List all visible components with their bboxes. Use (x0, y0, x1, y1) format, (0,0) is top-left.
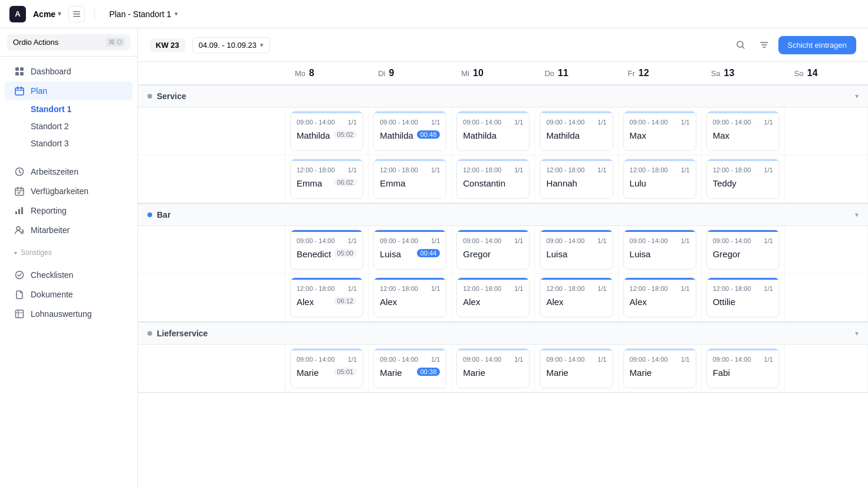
shift-name: Marie (546, 368, 568, 378)
shift-time-row: 12:00 - 18:00 1/1 (630, 285, 690, 292)
sidebar-item-verfugbarkeiten[interactable]: Verfügbarkeiten (5, 182, 133, 201)
sidebar-item-reporting[interactable]: Reporting (5, 201, 133, 220)
shift-name: Luisa (630, 249, 651, 259)
shift-cell: 12:00 - 18:00 1/1 Alex (619, 274, 702, 322)
sonstiges-section-header[interactable]: ▾ Sonstiges (5, 245, 133, 260)
section-title-service: Service (147, 91, 186, 101)
shift-time: 12:00 - 18:00 (297, 166, 335, 173)
shift-cell: 09:00 - 14:00 1/1 Marie 05:01 (285, 345, 369, 392)
shift-cell: 09:00 - 14:00 1/1 Mathilda (452, 107, 535, 155)
shift-cell: 12:00 - 18:00 1/1 Emma (369, 155, 452, 203)
svg-rect-9 (15, 188, 24, 195)
sidebar-item-checklisten[interactable]: Checklisten (5, 266, 133, 284)
shift-name-row: Luisa 00:44 (380, 247, 440, 259)
shift-card[interactable]: 09:00 - 14:00 1/1 Max (623, 111, 696, 151)
shift-card-bar (707, 349, 779, 351)
shift-name-row: Mathilda 05:02 (297, 128, 357, 140)
sidebar-toggle-button[interactable] (68, 6, 85, 22)
sidebar-item-dashboard[interactable]: Dashboard (5, 62, 133, 81)
sidebar-item-standort3[interactable]: Standort 3 (5, 135, 133, 152)
shift-fraction: 1/1 (431, 237, 440, 244)
shift-name-row: Max (630, 128, 690, 140)
shift-card[interactable]: 09:00 - 14:00 1/1 Marie 00:38 (373, 348, 446, 388)
shift-card[interactable]: 09:00 - 14:00 1/1 Marie (456, 348, 530, 388)
shift-card[interactable]: 12:00 - 18:00 1/1 Emma 06:02 (290, 159, 363, 199)
shift-card[interactable]: 09:00 - 14:00 1/1 Mathilda (456, 111, 530, 151)
section-header-bar[interactable]: Bar ▾ (138, 204, 868, 226)
sidebar-item-standort1[interactable]: Standort 1 (5, 101, 133, 117)
shift-card[interactable]: 12:00 - 18:00 1/1 Alex (623, 277, 696, 317)
shift-cell: 12:00 - 18:00 1/1 Teddy (702, 155, 785, 203)
shift-time-row: 09:00 - 14:00 1/1 (297, 119, 357, 126)
shift-card[interactable]: 12:00 - 18:00 1/1 Constantin (456, 159, 530, 199)
shift-fraction: 1/1 (514, 356, 523, 363)
shift-time-row: 09:00 - 14:00 1/1 (463, 356, 523, 363)
shift-card[interactable]: 09:00 - 14:00 1/1 Mathilda (540, 111, 613, 151)
sidebar-item-lohnauswertung[interactable]: Lohnauswertung (5, 304, 133, 323)
shift-card[interactable]: 09:00 - 14:00 1/1 Max (706, 111, 780, 151)
shift-time: 09:00 - 14:00 (713, 237, 751, 244)
shift-card[interactable]: 09:00 - 14:00 1/1 Gregor (706, 230, 780, 270)
shift-time: 09:00 - 14:00 (546, 119, 584, 126)
section-service: Service ▾ 09:00 - 14:00 1/1 Mathilda 05:… (138, 85, 868, 204)
shift-card[interactable]: 09:00 - 14:00 1/1 Marie 05:01 (290, 348, 363, 388)
shift-card[interactable]: 09:00 - 14:00 1/1 Gregor (456, 230, 530, 270)
shift-card[interactable]: 12:00 - 18:00 1/1 Alex (373, 277, 446, 317)
svg-rect-2 (73, 16, 80, 17)
shift-time: 09:00 - 14:00 (463, 119, 501, 126)
shift-card[interactable]: 12:00 - 18:00 1/1 Teddy (706, 159, 780, 199)
shift-card[interactable]: 09:00 - 14:00 1/1 Luisa (623, 230, 696, 270)
file-icon (14, 289, 25, 300)
shift-card[interactable]: 12:00 - 18:00 1/1 Alex 06:12 (290, 277, 363, 317)
schicht-eintragen-button[interactable]: Schicht eintragen (778, 36, 856, 54)
app-name-button[interactable]: Acme ▾ (33, 9, 61, 19)
shift-card[interactable]: 12:00 - 18:00 1/1 Lulu (623, 159, 696, 199)
shift-card[interactable]: 12:00 - 18:00 1/1 Alex (540, 277, 613, 317)
shift-label-cell (138, 274, 285, 322)
sidebar-item-standort2[interactable]: Standort 2 (5, 118, 133, 135)
shift-card[interactable]: 12:00 - 18:00 1/1 Hannah (540, 159, 613, 199)
shift-fraction: 1/1 (348, 166, 357, 173)
plan-selector-button[interactable]: Plan - Standort 1 ▾ (109, 9, 178, 19)
ordio-actions-button[interactable]: Ordio Actions ⌘ O (7, 34, 130, 50)
shift-name-row: Marie 00:38 (380, 365, 440, 378)
section-header-lieferservice[interactable]: Lieferservice ▾ (138, 322, 868, 345)
shift-card[interactable]: 09:00 - 14:00 1/1 Marie (540, 348, 613, 388)
sidebar-item-mitarbeiter[interactable]: Mitarbeiter (5, 221, 133, 240)
nav-section-main: Dashboard Plan Standort 1 Standort 2 Sta… (0, 57, 137, 157)
sidebar-item-arbeitszeiten[interactable]: Arbeitszeiten (5, 162, 133, 181)
filter-button[interactable] (755, 35, 774, 54)
shift-badge: 00:44 (417, 249, 440, 257)
sidebar-item-dokumente[interactable]: Dokumente (5, 285, 133, 304)
svg-rect-5 (15, 72, 19, 76)
shift-card[interactable]: 09:00 - 14:00 1/1 Mathilda 05:02 (290, 111, 363, 151)
shift-card-bar (291, 349, 363, 351)
shift-card[interactable]: 09:00 - 14:00 1/1 Marie (623, 348, 696, 388)
date-range-button[interactable]: 04.09. - 10.09.23 ▾ (192, 37, 270, 53)
shift-fraction: 1/1 (348, 119, 357, 126)
shift-time-row: 09:00 - 14:00 1/1 (463, 119, 523, 126)
shift-name: Mathilda (297, 130, 330, 140)
svg-rect-12 (21, 207, 23, 214)
shift-fraction: 1/1 (680, 119, 689, 126)
content-area: KW 23 04.09. - 10.09.23 ▾ Schicht eintra… (138, 28, 868, 488)
shift-card[interactable]: 09:00 - 14:00 1/1 Luisa 00:44 (373, 230, 446, 270)
shift-card[interactable]: 12:00 - 18:00 1/1 Alex (456, 277, 530, 317)
shift-card[interactable]: 12:00 - 18:00 1/1 Emma (373, 159, 446, 199)
shift-row-service-1: 12:00 - 18:00 1/1 Emma 06:02 12:00 - 18:… (138, 155, 868, 203)
shift-card[interactable]: 09:00 - 14:00 1/1 Mathilda 00:48 (373, 111, 446, 151)
shift-time-row: 12:00 - 18:00 1/1 (713, 166, 773, 173)
header-spacer (138, 62, 285, 84)
sidebar-item-plan[interactable]: Plan (5, 81, 133, 100)
shift-card-bar (624, 159, 696, 161)
section-header-service[interactable]: Service ▾ (138, 85, 868, 107)
shift-card[interactable]: 09:00 - 14:00 1/1 Benedict 05:00 (290, 230, 363, 270)
shift-card[interactable]: 12:00 - 18:00 1/1 Ottilie (706, 277, 780, 317)
shift-card[interactable]: 09:00 - 14:00 1/1 Luisa (540, 230, 613, 270)
week-badge: KW 23 (150, 38, 185, 52)
shift-cell: 09:00 - 14:00 1/1 Marie (452, 345, 535, 392)
shift-time: 09:00 - 14:00 (463, 237, 501, 244)
shift-card[interactable]: 09:00 - 14:00 1/1 Fabi (706, 348, 780, 388)
search-button[interactable] (731, 35, 750, 54)
day-header-so: So 14 (785, 62, 868, 84)
